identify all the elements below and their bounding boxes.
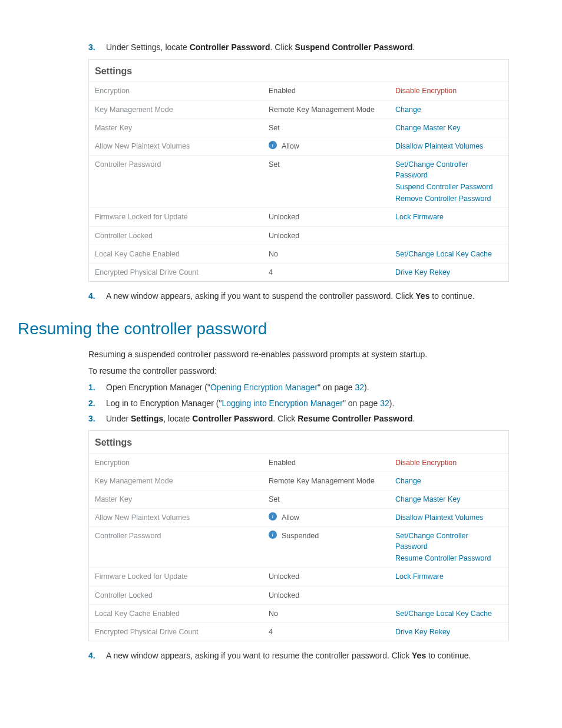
- setting-value: Unlocked: [269, 590, 395, 601]
- setting-actions: Lock Firmware: [395, 212, 503, 222]
- cross-ref-link[interactable]: Logging into Encryption Manager: [222, 398, 342, 408]
- setting-value: Unlocked: [269, 571, 395, 582]
- step-number: 4.: [88, 290, 106, 302]
- setting-value: Remote Key Management Mode: [269, 476, 395, 486]
- setting-label: Firmware Locked for Update: [95, 212, 269, 222]
- paragraph: Resuming a suspended controller password…: [88, 348, 509, 360]
- setting-actions: Change Master Key: [395, 123, 503, 133]
- step-number: 4.: [88, 650, 106, 661]
- setting-actions: Change: [395, 476, 503, 486]
- action-link[interactable]: Disable Encryption: [395, 85, 503, 96]
- setting-actions: Set/Change Controller PasswordResume Con…: [395, 531, 503, 564]
- page-ref[interactable]: 32: [355, 383, 364, 392]
- setting-actions: Disallow Plaintext Volumes: [395, 141, 503, 151]
- settings-row: EncryptionEnabledDisable Encryption: [89, 453, 508, 472]
- panel-title: Settings: [89, 431, 508, 453]
- setting-value: No: [269, 249, 395, 259]
- setting-value: Set: [269, 494, 395, 505]
- action-link[interactable]: Change: [395, 476, 503, 486]
- setting-value: Unlocked: [269, 230, 395, 241]
- action-link[interactable]: Remove Controller Password: [395, 193, 503, 204]
- setting-actions: Disable Encryption: [395, 457, 503, 468]
- action-link[interactable]: Set/Change Controller Password: [395, 159, 503, 180]
- settings-row: Firmware Locked for UpdateUnlockedLock F…: [89, 207, 508, 226]
- setting-value: Set: [269, 159, 395, 205]
- setting-label: Controller Locked: [95, 590, 269, 601]
- action-link[interactable]: Suspend Controller Password: [395, 182, 503, 192]
- setting-label: Local Key Cache Enabled: [95, 608, 269, 619]
- panel-rows: EncryptionEnabledDisable EncryptionKey M…: [89, 81, 508, 281]
- setting-label: Master Key: [95, 494, 269, 505]
- settings-panel-suspend: Settings EncryptionEnabledDisable Encryp…: [88, 59, 509, 282]
- setting-actions: Change Master Key: [395, 494, 503, 505]
- action-link[interactable]: Set/Change Controller Password: [395, 531, 503, 552]
- setting-actions: Drive Key Rekey: [395, 267, 503, 278]
- setting-label: Master Key: [95, 123, 269, 133]
- action-link[interactable]: Disable Encryption: [395, 457, 503, 468]
- setting-value: Enabled: [269, 457, 395, 468]
- setting-value: Remote Key Management Mode: [269, 104, 395, 115]
- setting-value: Unlocked: [269, 212, 395, 222]
- panel-rows: EncryptionEnabledDisable EncryptionKey M…: [89, 453, 508, 641]
- info-icon[interactable]: i: [269, 512, 277, 521]
- settings-row: Allow New Plaintext VolumesiAllowDisallo…: [89, 137, 508, 155]
- action-link[interactable]: Disallow Plaintext Volumes: [395, 141, 503, 151]
- setting-actions: [395, 590, 503, 601]
- settings-row: Allow New Plaintext VolumesiAllowDisallo…: [89, 508, 508, 526]
- action-link[interactable]: Set/Change Local Key Cache: [395, 608, 503, 619]
- settings-row: Controller PasswordiSuspendedSet/Change …: [89, 526, 508, 567]
- step-text: A new window appears, asking if you want…: [106, 650, 471, 661]
- setting-label: Controller Locked: [95, 230, 269, 241]
- settings-row: Encrypted Physical Drive Count4Drive Key…: [89, 622, 508, 641]
- setting-label: Encrypted Physical Drive Count: [95, 267, 269, 278]
- action-link[interactable]: Set/Change Local Key Cache: [395, 249, 503, 259]
- action-link[interactable]: Change Master Key: [395, 123, 503, 133]
- action-link[interactable]: Change Master Key: [395, 494, 503, 505]
- step-number: 3.: [88, 413, 106, 424]
- setting-label: Allow New Plaintext Volumes: [95, 512, 269, 523]
- setting-value: 4: [269, 627, 395, 637]
- action-link[interactable]: Lock Firmware: [395, 212, 503, 222]
- info-icon[interactable]: i: [269, 141, 277, 149]
- setting-label: Encryption: [95, 85, 269, 96]
- settings-row: Firmware Locked for UpdateUnlockedLock F…: [89, 567, 508, 585]
- action-link[interactable]: Lock Firmware: [395, 571, 503, 582]
- settings-row: Controller LockedUnlocked: [89, 226, 508, 245]
- step-number: 1.: [88, 381, 106, 393]
- setting-label: Allow New Plaintext Volumes: [95, 141, 269, 151]
- section-heading: Resuming the controller password: [18, 317, 509, 341]
- setting-label: Encryption: [95, 457, 269, 468]
- settings-row: Local Key Cache EnabledNoSet/Change Loca…: [89, 604, 508, 622]
- setting-value: Enabled: [269, 85, 395, 96]
- settings-row: Master KeySetChange Master Key: [89, 118, 508, 137]
- step-number: 2.: [88, 397, 106, 409]
- cross-ref-link[interactable]: Opening Encryption Manager: [210, 383, 318, 392]
- page-ref[interactable]: 32: [380, 398, 389, 408]
- action-link[interactable]: Change: [395, 104, 503, 115]
- setting-actions: Disable Encryption: [395, 85, 503, 96]
- action-link[interactable]: Drive Key Rekey: [395, 627, 503, 637]
- settings-row: Encrypted Physical Drive Count4Drive Key…: [89, 263, 508, 281]
- setting-actions: Disallow Plaintext Volumes: [395, 512, 503, 523]
- setting-value: iAllow: [269, 141, 395, 151]
- settings-row: Controller PasswordSetSet/Change Control…: [89, 155, 508, 208]
- step-text: Log in to Encryption Manager ("Logging i…: [106, 397, 394, 409]
- action-link[interactable]: Disallow Plaintext Volumes: [395, 512, 503, 523]
- info-icon[interactable]: i: [269, 531, 277, 539]
- step-number: 3.: [88, 41, 106, 53]
- settings-panel-resume: Settings EncryptionEnabledDisable Encryp…: [88, 430, 509, 641]
- settings-row: Key Management ModeRemote Key Management…: [89, 472, 508, 490]
- setting-actions: Lock Firmware: [395, 571, 503, 582]
- settings-row: Key Management ModeRemote Key Management…: [89, 100, 508, 118]
- setting-label: Controller Password: [95, 531, 269, 564]
- setting-label: Local Key Cache Enabled: [95, 249, 269, 259]
- setting-label: Controller Password: [95, 159, 269, 205]
- settings-row: EncryptionEnabledDisable Encryption: [89, 81, 508, 100]
- setting-actions: Set/Change Local Key Cache: [395, 608, 503, 619]
- setting-label: Key Management Mode: [95, 476, 269, 486]
- action-link[interactable]: Resume Controller Password: [395, 553, 503, 564]
- action-link[interactable]: Drive Key Rekey: [395, 267, 503, 278]
- setting-value: iSuspended: [269, 531, 395, 564]
- setting-actions: Set/Change Controller PasswordSuspend Co…: [395, 159, 503, 205]
- settings-row: Local Key Cache EnabledNoSet/Change Loca…: [89, 245, 508, 263]
